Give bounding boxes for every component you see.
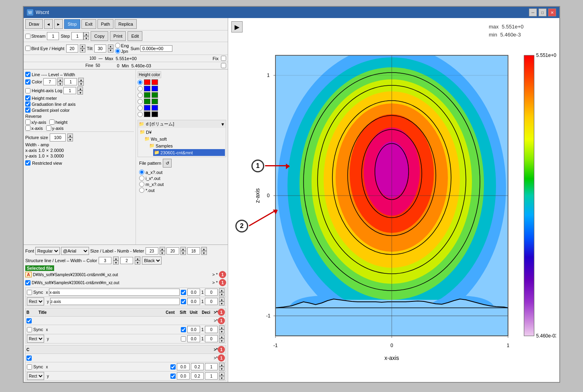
x-axis-input-a[interactable]: [49, 289, 179, 296]
sync-x-val3-a[interactable]: [205, 289, 218, 296]
xy-axis-checkbox[interactable]: [25, 119, 30, 125]
height-meter-checkbox[interactable]: [25, 95, 30, 101]
draw-button[interactable]: Draw: [25, 19, 43, 29]
x-axis-reverse-label[interactable]: x-axis: [25, 125, 43, 131]
y-axis-reverse-checkbox[interactable]: [46, 125, 51, 131]
swatch-blue-1[interactable]: [144, 86, 150, 91]
font-type-select[interactable]: Regular: [35, 247, 60, 255]
size-up-1[interactable]: ▲: [160, 247, 165, 251]
rect-y-up-b[interactable]: ▲: [219, 335, 225, 339]
color-val1-input[interactable]: [43, 78, 56, 85]
bird-eye-checkbox[interactable]: [25, 46, 30, 51]
tree-item-cntmnt[interactable]: 📁 230601-cnt&mnt: [153, 149, 225, 156]
sync-x-up-b[interactable]: ▲: [219, 325, 225, 329]
tilt-up[interactable]: ▲: [108, 44, 113, 48]
color-checkbox[interactable]: [25, 79, 30, 85]
height-cb-label[interactable]: height: [49, 119, 67, 125]
pattern-radio-2[interactable]: [139, 176, 144, 181]
eng-radio[interactable]: [115, 43, 120, 48]
picture-size-input[interactable]: [50, 133, 66, 141]
height-axis-input[interactable]: [63, 87, 76, 94]
struct-width-down[interactable]: ▼: [135, 261, 140, 265]
rect-y-down-b[interactable]: ▼: [219, 339, 225, 343]
swatch-black-2[interactable]: [152, 111, 158, 117]
swatch-red-2[interactable]: [152, 79, 158, 85]
y-axis-reverse-label[interactable]: y-axis: [46, 125, 64, 131]
sync-x-check2-b[interactable]: [181, 327, 186, 332]
tree-item-samples[interactable]: 📁 Samples: [148, 142, 225, 149]
height-axis-up[interactable]: ▲: [77, 87, 83, 91]
path-button[interactable]: Path: [97, 19, 114, 29]
b-data-checkbox[interactable]: [26, 318, 32, 323]
stream-value-input[interactable]: [47, 32, 59, 40]
sync-x-val1-c[interactable]: [177, 363, 190, 370]
tree-item-d[interactable]: 📁 D¥: [139, 129, 225, 135]
picture-size-down[interactable]: ▼: [67, 137, 73, 141]
swatch-green2-1[interactable]: [144, 99, 150, 104]
bird-height-input[interactable]: [66, 44, 78, 53]
rect-y-check-b[interactable]: [181, 336, 186, 341]
rect-select-b[interactable]: Rect: [27, 335, 44, 343]
line-level-checkbox[interactable]: [25, 72, 30, 77]
struct-width-input[interactable]: [120, 257, 133, 264]
pattern-radio-3[interactable]: [139, 182, 144, 187]
step-value-input[interactable]: [71, 32, 83, 40]
sync-x-check2-c[interactable]: [170, 364, 176, 370]
hcolor-radio-4[interactable]: [138, 99, 143, 104]
struct-level-up[interactable]: ▲: [113, 257, 119, 261]
close-button[interactable]: ✕: [548, 8, 556, 16]
step-down[interactable]: ▼: [83, 36, 89, 40]
bird-height-down[interactable]: ▼: [80, 48, 85, 53]
color-down2[interactable]: ▼: [78, 82, 84, 86]
rect-y-val1-c[interactable]: [177, 372, 190, 380]
sync-x-up-c[interactable]: ▲: [219, 363, 225, 367]
sync-x-val2-c[interactable]: [191, 363, 204, 370]
pattern-radio-4[interactable]: [139, 188, 144, 193]
rect-y-check-c[interactable]: [170, 374, 176, 379]
sync-x-val1-b[interactable]: [187, 326, 200, 333]
sync-x-down-c[interactable]: ▼: [219, 367, 225, 371]
size-up-2[interactable]: ▲: [180, 247, 186, 251]
fix-min-checkbox[interactable]: [221, 63, 226, 68]
swatch-blue-2[interactable]: [152, 86, 158, 91]
size-up-3[interactable]: ▲: [201, 247, 207, 251]
sync-x-val1-a[interactable]: [187, 289, 200, 296]
c-data-checkbox[interactable]: [26, 356, 32, 361]
color-up2[interactable]: ▲: [78, 78, 84, 82]
size-down-2[interactable]: ▼: [180, 251, 186, 255]
minimize-button[interactable]: ─: [529, 8, 537, 16]
print-button[interactable]: Print: [110, 31, 126, 41]
tree-item-wssoft[interactable]: 📁 Ws_soft: [144, 135, 225, 142]
sync-x-checkbox-a[interactable]: [27, 290, 32, 295]
step-up[interactable]: ▲: [83, 32, 89, 36]
rect-y-val3-b[interactable]: [205, 335, 218, 342]
rect-y-val1-a[interactable]: [187, 298, 200, 305]
size-down-3[interactable]: ▼: [201, 251, 207, 255]
size-down-1[interactable]: ▼: [160, 251, 165, 255]
rect-select-a[interactable]: Rect: [27, 297, 44, 305]
font-face-select[interactable]: @Arial: [61, 247, 89, 255]
swatch-blue2-2[interactable]: [152, 105, 158, 111]
tilt-down[interactable]: ▼: [108, 48, 113, 53]
rect-y-up-c[interactable]: ▲: [219, 372, 225, 376]
rect-y-val1-b[interactable]: [187, 335, 200, 342]
swatch-green2-2[interactable]: [152, 99, 158, 104]
tree-dropdown-arrow[interactable]: ▼: [221, 122, 225, 127]
bird-height-up[interactable]: ▲: [80, 44, 85, 48]
hcolor-radio-1[interactable]: [138, 80, 143, 85]
stop-button[interactable]: Stop: [64, 19, 81, 29]
rect-y-up-a[interactable]: ▲: [219, 297, 225, 301]
sync-x-val3-b[interactable]: [205, 326, 218, 333]
hcolor-radio-2[interactable]: [138, 86, 143, 91]
restricted-view-checkbox[interactable]: [25, 160, 30, 166]
refresh-pattern-button[interactable]: ↺: [163, 159, 172, 168]
hcolor-radio-5[interactable]: [138, 105, 143, 111]
struct-level-input[interactable]: [99, 257, 111, 264]
swatch-green-1[interactable]: [144, 92, 150, 98]
exit-button[interactable]: Exit: [81, 19, 96, 29]
height-axis-checkbox[interactable]: [25, 88, 30, 93]
gradient-checkbox[interactable]: [25, 107, 30, 113]
rect-y-val3-c[interactable]: [205, 372, 218, 380]
edit-button[interactable]: Edit: [128, 31, 142, 41]
tilt-input[interactable]: [94, 44, 106, 53]
